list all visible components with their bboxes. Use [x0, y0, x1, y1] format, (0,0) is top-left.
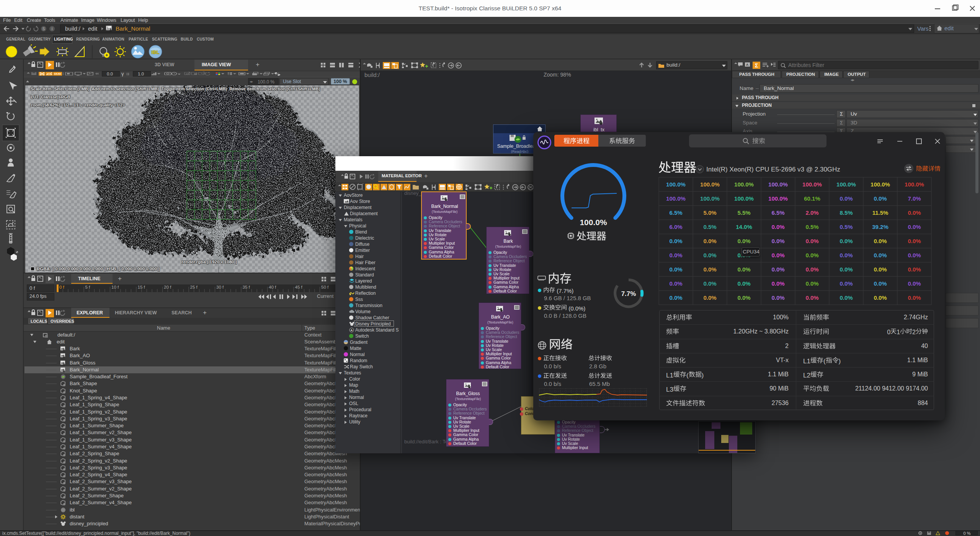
svg-text:A: A [351, 328, 353, 332]
svg-text:S: S [42, 27, 45, 31]
svg-text:HUD: HUD [54, 73, 61, 75]
svg-text:i: i [51, 26, 52, 31]
svg-text:A: A [746, 63, 749, 67]
svg-text:Σ: Σ [755, 62, 758, 69]
svg-text:IBL: IBL [152, 49, 160, 55]
